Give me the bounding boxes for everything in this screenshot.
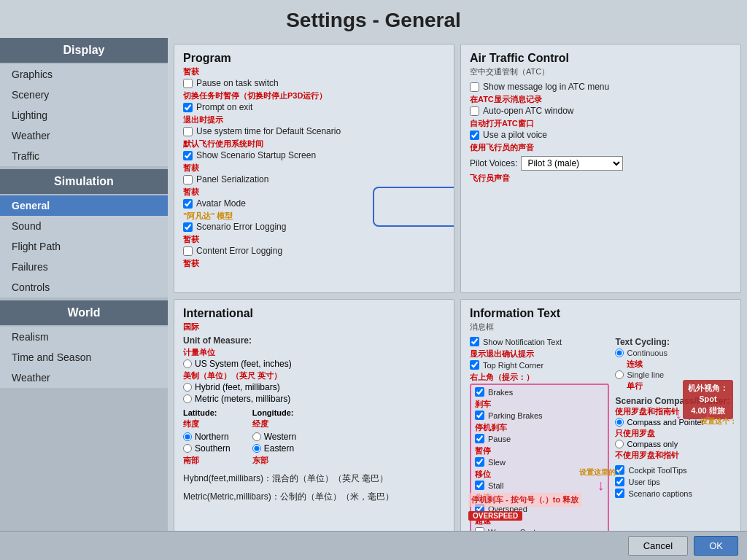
cp1-radio[interactable]: [615, 418, 624, 427]
panel-international: International 国际 Unit of Measure: 计量单位 U…: [174, 299, 454, 548]
sidebar-item-time-season[interactable]: Time and Season: [0, 347, 168, 368]
east-radio[interactable]: [252, 444, 261, 453]
bottom-bar: Cancel OK: [0, 531, 747, 560]
sidebar-group-display: Display Graphics Scenery Lighting Weathe…: [0, 38, 168, 166]
atc-note2: 自动打开ATC窗口: [470, 118, 732, 129]
sidebar-item-weather-display[interactable]: Weather: [0, 125, 168, 146]
program-note5: 暂获: [183, 163, 445, 174]
sidebar-item-general[interactable]: General: [0, 195, 168, 216]
tc-single-label: Single line: [627, 370, 664, 379]
sidebar: Display Graphics Scenery Lighting Weathe…: [0, 38, 168, 554]
top-right-checkbox[interactable]: [470, 360, 479, 370]
bottom-annotations: 设置这里的： ↓ 停机刹车 - 按句号（.）to 释放 OVERSPEED: [468, 467, 733, 521]
program-row5: Panel Serialization: [183, 174, 445, 184]
sidebar-item-sound[interactable]: Sound: [0, 216, 168, 236]
content-error-checkbox[interactable]: [183, 246, 193, 256]
atc-msg-log-checkbox[interactable]: [470, 82, 479, 92]
program-note7: "阿凡达" 模型: [183, 211, 445, 222]
tc-continuous-note: 连续: [627, 359, 732, 370]
atc-note3: 使用飞行员的声音: [470, 142, 732, 153]
atc-pilot-voice-label: Use a pilot voice: [483, 130, 547, 140]
top-right-row: Top Right Corner: [470, 360, 609, 370]
parking-note: 停机刹车: [475, 422, 604, 433]
pause-checkbox[interactable]: [475, 434, 484, 443]
cp2-radio[interactable]: [615, 440, 624, 448]
lat-label: Latitude:: [183, 408, 231, 417]
sidebar-item-flight-path[interactable]: Flight Path: [0, 236, 168, 257]
pilot-voices-select[interactable]: Pilot 3 (male): [521, 156, 623, 171]
pause-note: 暂停: [475, 446, 604, 456]
avatar-mode-label: Avatar Mode: [196, 198, 246, 209]
cancel-button[interactable]: Cancel: [628, 536, 688, 556]
int-opt3-row: Metric (meters, millibars): [183, 394, 445, 404]
top-right-note: 右上角（提示：）: [470, 372, 609, 383]
compass-note2: 只使用罗盘: [615, 428, 732, 439]
panel-infotext: Information Text 消息框 Show Notification T…: [460, 299, 741, 548]
sidebar-item-traffic[interactable]: Traffic: [0, 146, 168, 166]
lon-note: 经度: [252, 419, 296, 429]
spot-annotation: 机外视角： Spot 4.00 猎旅: [683, 380, 733, 419]
parking-brakes-checkbox[interactable]: [475, 411, 484, 420]
slew-label: Slew: [488, 458, 506, 467]
spot-text-2: Spot: [699, 394, 716, 403]
panel-serial-checkbox[interactable]: [183, 175, 193, 184]
south-label: Southern: [195, 443, 231, 454]
pause-task-checkbox[interactable]: [183, 79, 193, 88]
int-title: International: [183, 307, 445, 320]
program-row6: Avatar Mode: [183, 198, 445, 209]
overspeed-badge: OVERSPEED: [468, 511, 522, 521]
unit-metric-radio[interactable]: [183, 394, 192, 403]
atc-row3: Use a pilot voice: [470, 130, 732, 140]
unit-metric-label: Metric (meters, millibars): [195, 394, 290, 404]
north-radio[interactable]: [183, 432, 192, 441]
lon-label: Longitude:: [252, 408, 296, 417]
sidebar-item-lighting[interactable]: Lighting: [0, 105, 168, 125]
lat-note: 纬度: [183, 419, 231, 429]
tc-continuous-label: Continuous: [627, 349, 667, 357]
atc-pilot-voice-checkbox[interactable]: [470, 131, 479, 140]
slew-checkbox[interactable]: [475, 457, 484, 467]
lat-group: Latitude: 纬度 Northern Southern 南部: [183, 408, 231, 467]
program-note4: 默认飞行使用系统时间: [183, 139, 445, 149]
south-radio[interactable]: [183, 444, 192, 453]
brakes-checkbox[interactable]: [475, 387, 484, 397]
sidebar-item-controls[interactable]: Controls: [0, 277, 168, 298]
program-note6: 暂获: [183, 187, 445, 198]
atc-auto-open-checkbox[interactable]: [470, 106, 479, 116]
pilot-voices-label: Pilot Voices:: [470, 158, 517, 168]
program-note3: 退出时提示: [183, 114, 445, 125]
compass-note3: 不使用罗盘和指针: [615, 450, 732, 461]
system-time-checkbox[interactable]: [183, 127, 193, 136]
int-unit-note: 计量单位: [183, 347, 445, 358]
show-scenario-checkbox[interactable]: [183, 151, 193, 160]
sidebar-item-realism[interactable]: Realism: [0, 327, 168, 347]
system-time-label: Use system time for Default Scenario: [196, 126, 341, 136]
top-right-label: Top Right Corner: [483, 361, 543, 370]
unit-us-radio[interactable]: [183, 359, 192, 368]
sidebar-item-world-weather[interactable]: Weather: [0, 368, 168, 388]
notif-text-checkbox[interactable]: [470, 337, 479, 346]
sidebar-item-graphics[interactable]: Graphics: [0, 64, 168, 85]
scenario-error-checkbox[interactable]: [183, 222, 193, 232]
hybrid-row: Hybnd(feet,millibars)：混合的（单位）（英尺 毫巴）: [183, 472, 445, 485]
program-row3: Use system time for Default Scenario: [183, 126, 445, 136]
atc-pilot-note: 飞行员声音: [470, 173, 732, 184]
sidebar-item-failures[interactable]: Failures: [0, 257, 168, 277]
sidebar-header-world: World: [0, 300, 168, 325]
show-scenario-label: Show Scenario Startup Screen: [196, 150, 316, 160]
tc-single-radio[interactable]: [615, 370, 624, 379]
avatar-mode-checkbox[interactable]: [183, 199, 193, 209]
parking-brakes-label: Parking Brakes: [488, 411, 543, 420]
unit-hybrid-radio[interactable]: [183, 383, 192, 392]
program-row7: Scenario Error Logging: [183, 222, 445, 232]
sidebar-item-scenery[interactable]: Scenery: [0, 85, 168, 105]
tc-continuous-radio[interactable]: [615, 349, 624, 357]
ok-button[interactable]: OK: [694, 536, 738, 556]
east-row: Eastern: [252, 443, 296, 454]
panel-atc: Air Traffic Control 空中交通管制（ATC） Show mes…: [460, 44, 741, 293]
sidebar-header-simulation: Simulation: [0, 169, 168, 194]
west-radio[interactable]: [252, 432, 261, 441]
prompt-exit-checkbox[interactable]: [183, 103, 193, 112]
spot-text-1: 机外视角：: [688, 384, 728, 392]
south-note: 南部: [183, 455, 231, 466]
